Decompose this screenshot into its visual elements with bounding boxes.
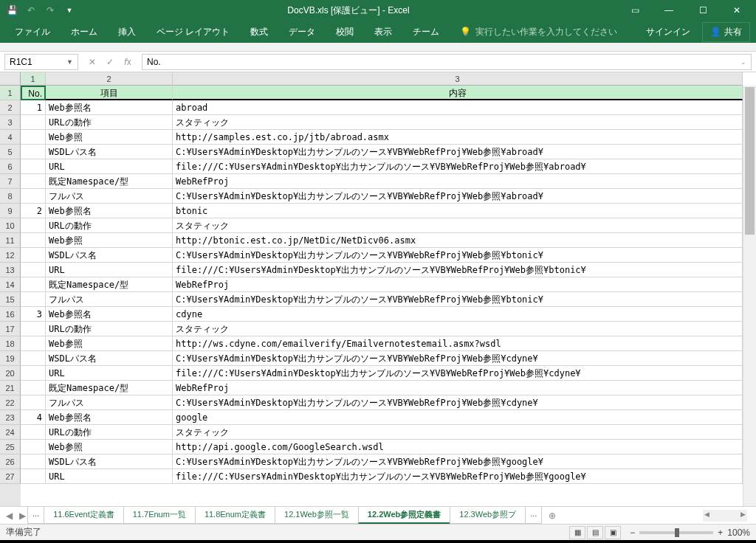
- cell[interactable]: 3: [21, 307, 46, 322]
- cell[interactable]: 既定Namespace/型: [46, 277, 173, 292]
- tab-view[interactable]: 表示: [365, 21, 401, 43]
- row-header[interactable]: 19: [0, 351, 21, 366]
- row-header[interactable]: 8: [0, 189, 21, 204]
- cell[interactable]: http://api.google.com/GoogleSearch.wsdl: [173, 440, 743, 454]
- cell[interactable]: Web参照: [46, 130, 173, 145]
- sheet-tab[interactable]: 12.3Web参照プ: [450, 507, 526, 524]
- cell[interactable]: スタティック: [173, 218, 743, 233]
- row-header[interactable]: 14: [0, 277, 21, 292]
- tab-file[interactable]: ファイル: [6, 21, 59, 43]
- cell[interactable]: WSDLパス名: [46, 454, 173, 469]
- select-all-corner[interactable]: [0, 72, 21, 86]
- sheet-next-icon[interactable]: ▶: [16, 511, 28, 521]
- cell[interactable]: C:¥Users¥Admin¥Desktop¥出力サンプルのソース¥VB¥Web…: [173, 292, 743, 307]
- name-box[interactable]: R1C1▼: [4, 54, 78, 70]
- cell[interactable]: C:¥Users¥Admin¥Desktop¥出力サンプルのソース¥VB¥Web…: [173, 248, 743, 263]
- cell[interactable]: abroad: [173, 100, 743, 115]
- cell[interactable]: URL: [46, 469, 173, 484]
- tab-review[interactable]: 校閲: [327, 21, 362, 43]
- row-header[interactable]: 6: [0, 159, 21, 174]
- add-sheet-icon[interactable]: ⊕: [545, 511, 560, 521]
- row-header[interactable]: 24: [0, 425, 21, 440]
- cell[interactable]: 2: [21, 204, 46, 218]
- row-header[interactable]: 20: [0, 366, 21, 381]
- cell[interactable]: [21, 174, 46, 189]
- sheet-tab[interactable]: ...: [27, 507, 44, 524]
- cell[interactable]: [21, 440, 46, 454]
- zoom-slider[interactable]: [639, 531, 713, 534]
- sheet-tab[interactable]: ...: [525, 507, 542, 524]
- cell[interactable]: file:///C:¥Users¥Admin¥Desktop¥出力サンプルのソー…: [173, 469, 743, 484]
- cell[interactable]: C:¥Users¥Admin¥Desktop¥出力サンプルのソース¥VB¥Web…: [173, 189, 743, 204]
- cell[interactable]: [21, 425, 46, 440]
- cell[interactable]: URL: [46, 263, 173, 277]
- scroll-right-icon[interactable]: ▶: [740, 511, 746, 518]
- scrollbar-thumb[interactable]: [745, 87, 755, 235]
- row-header[interactable]: 10: [0, 218, 21, 233]
- cell[interactable]: [21, 159, 46, 174]
- save-icon[interactable]: 💾: [3, 1, 21, 19]
- col-header[interactable]: 2: [46, 72, 173, 86]
- cell[interactable]: Web参照名: [46, 100, 173, 115]
- sheet-tab[interactable]: 11.7Enum一覧: [123, 507, 196, 524]
- tab-insert[interactable]: 挿入: [109, 21, 145, 43]
- enter-icon[interactable]: ✓: [102, 54, 118, 70]
- cell[interactable]: [21, 218, 46, 233]
- row-header[interactable]: 23: [0, 410, 21, 425]
- cell[interactable]: No.: [21, 86, 46, 100]
- maximize-icon[interactable]: ☐: [687, 0, 719, 21]
- cell[interactable]: 内容: [173, 86, 743, 100]
- pagelayout-view-icon[interactable]: ▤: [587, 526, 603, 539]
- ribbon-options-icon[interactable]: ▭: [619, 0, 651, 21]
- cell[interactable]: [21, 292, 46, 307]
- pagebreak-view-icon[interactable]: ▣: [605, 526, 621, 539]
- cell[interactable]: 4: [21, 410, 46, 425]
- sheet-tab[interactable]: 12.1Web参照一覧: [275, 507, 359, 524]
- cell[interactable]: Web参照: [46, 233, 173, 248]
- col-header[interactable]: 3: [173, 72, 743, 86]
- zoom-in-icon[interactable]: +: [718, 528, 723, 538]
- row-header[interactable]: 13: [0, 263, 21, 277]
- share-button[interactable]: 👤共有: [702, 22, 750, 42]
- sheet-tab[interactable]: 11.8Enum定義書: [195, 507, 275, 524]
- row-header[interactable]: 7: [0, 174, 21, 189]
- cell[interactable]: [21, 322, 46, 336]
- cell[interactable]: Web参照: [46, 440, 173, 454]
- cell[interactable]: [21, 454, 46, 469]
- row-header[interactable]: 3: [0, 115, 21, 130]
- tab-data[interactable]: データ: [280, 21, 324, 43]
- cell[interactable]: Web参照名: [46, 204, 173, 218]
- cell[interactable]: http://btonic.est.co.jp/NetDic/NetDicv06…: [173, 233, 743, 248]
- cell[interactable]: URLの動作: [46, 425, 173, 440]
- close-icon[interactable]: ✕: [721, 0, 753, 21]
- row-header[interactable]: 25: [0, 440, 21, 454]
- tell-me[interactable]: 💡実行したい作業を入力してください: [451, 26, 634, 38]
- cell[interactable]: 既定Namespace/型: [46, 174, 173, 189]
- cell[interactable]: [21, 277, 46, 292]
- row-header[interactable]: 18: [0, 336, 21, 351]
- chevron-down-icon[interactable]: ▼: [66, 58, 73, 66]
- zoom-thumb[interactable]: [675, 528, 679, 537]
- sheet-first-icon[interactable]: ◀: [3, 511, 15, 521]
- row-header[interactable]: 17: [0, 322, 21, 336]
- row-header[interactable]: 12: [0, 248, 21, 263]
- cell[interactable]: [21, 145, 46, 159]
- cell[interactable]: URLの動作: [46, 115, 173, 130]
- cell[interactable]: [21, 469, 46, 484]
- cell[interactable]: 既定Namespace/型: [46, 381, 173, 395]
- normal-view-icon[interactable]: ▦: [569, 526, 585, 539]
- cell[interactable]: [21, 351, 46, 366]
- cell[interactable]: google: [173, 410, 743, 425]
- horizontal-scrollbar[interactable]: ◀ ▶: [703, 510, 747, 522]
- cell[interactable]: WSDLパス名: [46, 145, 173, 159]
- cell[interactable]: WebRefProj: [173, 381, 743, 395]
- zoom-out-icon[interactable]: −: [630, 528, 635, 538]
- cell[interactable]: スタティック: [173, 425, 743, 440]
- row-header[interactable]: 2: [0, 100, 21, 115]
- signin-link[interactable]: サインイン: [637, 26, 699, 38]
- sheet-tab[interactable]: 12.2Web参照定義書: [358, 507, 450, 524]
- row-header[interactable]: 26: [0, 454, 21, 469]
- cell[interactable]: file:///C:¥Users¥Admin¥Desktop¥出力サンプルのソー…: [173, 366, 743, 381]
- cell[interactable]: cdyne: [173, 307, 743, 322]
- cell[interactable]: file:///C:¥Users¥Admin¥Desktop¥出力サンプルのソー…: [173, 159, 743, 174]
